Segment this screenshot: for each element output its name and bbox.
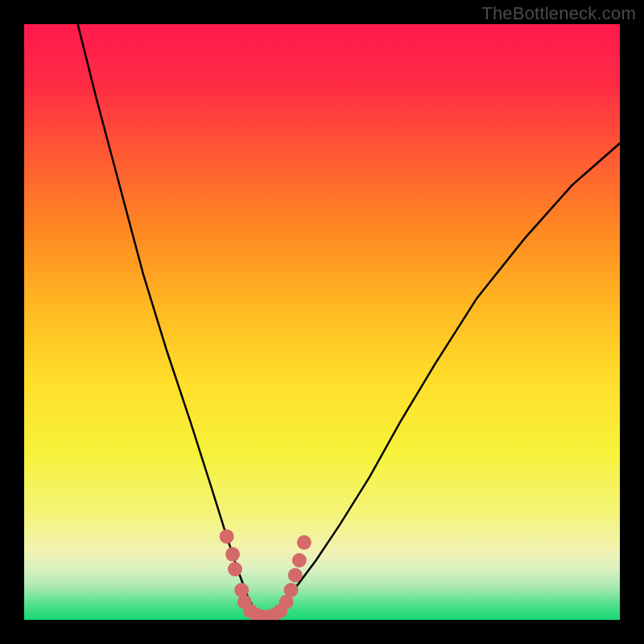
plot-area — [24, 24, 620, 620]
heat-gradient — [24, 24, 620, 620]
highlight-dot — [220, 529, 234, 543]
watermark-text: TheBottleneck.com — [481, 3, 636, 24]
highlight-dot — [288, 568, 303, 583]
highlight-dot — [228, 562, 242, 576]
chart-frame: TheBottleneck.com — [0, 0, 644, 644]
highlight-dot — [284, 583, 299, 597]
highlight-dot — [292, 553, 307, 568]
highlight-dot — [297, 535, 312, 550]
bottleneck-chart — [24, 24, 620, 620]
highlight-dot — [225, 547, 240, 562]
